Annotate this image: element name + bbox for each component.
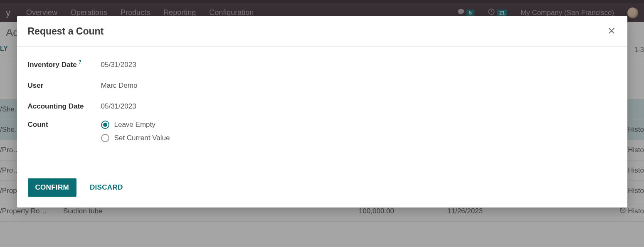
radio-label: Set Current Value	[114, 134, 170, 142]
radio-icon	[101, 121, 109, 129]
field-count: Count Leave Empty Set Current Value	[28, 121, 617, 142]
request-count-modal: Request a Count Inventory Date ? 05/31/2…	[17, 16, 627, 207]
field-user: User Marc Demo	[28, 79, 617, 92]
inventory-date-value[interactable]: 05/31/2023	[101, 61, 136, 69]
user-label: User	[28, 82, 101, 90]
modal-footer: CONFIRM DISCARD	[17, 169, 627, 207]
modal-overlay: Request a Count Inventory Date ? 05/31/2…	[0, 0, 644, 247]
radio-label: Leave Empty	[114, 121, 155, 129]
confirm-button[interactable]: CONFIRM	[28, 178, 76, 197]
count-radio-group: Leave Empty Set Current Value	[101, 121, 170, 142]
accounting-date-label: Accounting Date	[28, 102, 101, 111]
field-inventory-date: Inventory Date ? 05/31/2023	[28, 58, 617, 72]
close-icon	[607, 26, 616, 37]
field-accounting-date: Accounting Date 05/31/2023	[28, 100, 617, 113]
inventory-date-label: Inventory Date ?	[28, 61, 101, 69]
radio-set-current-value[interactable]: Set Current Value	[101, 134, 170, 142]
modal-header: Request a Count	[17, 16, 627, 47]
user-value[interactable]: Marc Demo	[101, 82, 138, 90]
radio-leave-empty[interactable]: Leave Empty	[101, 121, 170, 129]
count-label: Count	[28, 121, 101, 129]
modal-title: Request a Count	[28, 26, 104, 37]
close-button[interactable]	[607, 27, 617, 37]
help-icon[interactable]: ?	[79, 59, 81, 65]
radio-icon	[101, 134, 109, 142]
modal-body: Inventory Date ? 05/31/2023 User Marc De…	[17, 47, 627, 169]
discard-button[interactable]: DISCARD	[88, 178, 125, 197]
accounting-date-value[interactable]: 05/31/2023	[101, 102, 136, 111]
label-text: Inventory Date	[28, 61, 77, 69]
